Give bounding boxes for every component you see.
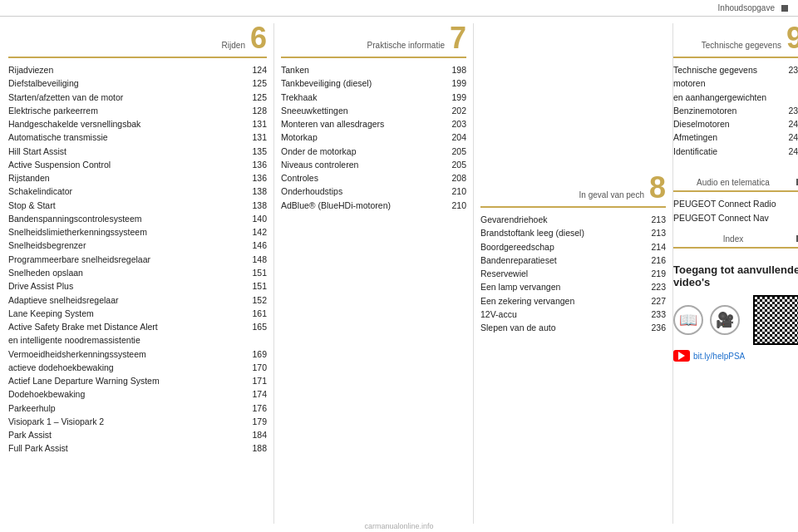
section-7-title: Praktische informatie: [281, 41, 445, 50]
toc-label: Handgeschakelde versnellingsbak: [8, 117, 140, 131]
toc-label: Hill Start Assist: [8, 145, 66, 158]
section-7: Praktische informatie 7 Tanken198Tankbev…: [274, 23, 474, 524]
audio-section: Audio en telematica PEUGEOT Connect Radi…: [673, 178, 798, 225]
section-6-title: Rijden: [8, 41, 245, 50]
toc-page: 205: [451, 145, 466, 158]
section-8: In geval van pech 8 Gevarendriehoek213Br…: [474, 23, 673, 524]
toc-page: 233: [651, 308, 666, 321]
toc-page: 213: [651, 213, 666, 226]
toc-label: Full Park Assist: [8, 441, 68, 455]
video-link-text[interactable]: bit.ly/helpPSA: [693, 352, 745, 361]
youtube-icon[interactable]: [673, 350, 690, 362]
table-row: Schakelindicator138: [8, 185, 267, 198]
audio-divider: [673, 190, 798, 192]
table-row: Identificatie243: [673, 145, 798, 158]
toc-page: 210: [451, 199, 466, 212]
toc-label: actieve dodehoekbewaking: [8, 361, 114, 374]
toc-page: 128: [252, 104, 267, 117]
small-square-icon: [781, 5, 788, 12]
toc-label: Elektrische parkeerrem: [8, 104, 98, 117]
table-row: Reservewiel219: [480, 267, 666, 280]
section-9-divider: [673, 57, 798, 58]
toc-page: 176: [252, 401, 267, 415]
table-row: Trekhaak199: [281, 91, 466, 104]
toc-page: 243: [788, 145, 798, 158]
toc-label: Visiopark 1 – Visiopark 2: [8, 415, 104, 428]
table-row: Tankbeveiliging (diesel)199: [281, 76, 466, 90]
index-divider: [673, 247, 798, 249]
toc-label: Adaptieve snelheidsregelaar: [8, 293, 119, 307]
toc-label: Tanken: [281, 63, 309, 76]
section-7-items: Tanken198Tankbeveiliging (diesel)199Trek…: [281, 63, 466, 212]
toc-page: 238: [788, 63, 798, 104]
toc-page: 236: [651, 321, 666, 334]
toc-label: Drive Assist Plus: [8, 279, 73, 293]
table-row: Active Safety Brake met Distance Alert e…: [8, 320, 267, 347]
page-title: Inhoudsopgave: [718, 3, 775, 12]
table-row: Rijadviezen124: [8, 63, 267, 76]
section-9-number: 9: [786, 23, 798, 53]
toc-page: 213: [651, 226, 666, 239]
toc-label: Trekhaak: [281, 91, 317, 104]
table-row: Bandenspanningscontrolesysteem140: [8, 212, 267, 225]
toc-page: 142: [252, 225, 267, 239]
section-6: Rijden 6 Rijadviezen124Diefstalbeveiligi…: [8, 23, 274, 524]
table-row: Een zekering vervangen227: [480, 294, 666, 308]
youtube-play-triangle: [678, 352, 685, 360]
toc-label: Een zekering vervangen: [480, 294, 574, 308]
section-9-title: Technische gegevens: [702, 41, 781, 50]
toc-label: Parkeerhulp: [8, 401, 56, 415]
toc-label: Sneeuwkettingen: [281, 104, 348, 117]
table-row: Bandenreparatieset216: [480, 254, 666, 267]
toc-page: 204: [451, 131, 466, 144]
table-row: Rijstanden136: [8, 171, 267, 185]
toc-page: 174: [252, 387, 267, 401]
toc-page: 136: [252, 158, 267, 171]
section-8-divider: [480, 206, 666, 208]
toc-page: 202: [451, 104, 466, 117]
table-row: Dieselmotoren240: [673, 117, 798, 131]
section-7-number: 7: [450, 23, 466, 53]
toc-page: 138: [252, 199, 267, 212]
section-8-header: In geval van pech 8: [480, 173, 666, 203]
toc-label: Stop & Start: [8, 199, 56, 212]
toc-page: 242: [788, 131, 798, 144]
toc-page: 140: [252, 212, 267, 225]
toc-label: Park Assist: [8, 428, 52, 441]
toc-page: 203: [451, 117, 466, 131]
table-row: Vermoeidheidsherkenningssysteem169: [8, 347, 267, 361]
qr-code: [753, 295, 798, 345]
table-row: Actief Lane Departure Warning System171: [8, 374, 267, 387]
toc-label: Brandstoftank leeg (diesel): [480, 226, 584, 239]
table-row: Adaptieve snelheidsregelaar152: [8, 293, 267, 307]
toc-label: Active Suspension Control: [8, 158, 111, 171]
table-row: Gevarendriehoek213: [480, 213, 666, 226]
table-row: Niveaus controleren205: [281, 158, 466, 171]
table-row: Controles208: [281, 171, 466, 185]
section-9-header: Technische gegevens 9: [673, 23, 798, 53]
table-row: Afmetingen242: [673, 131, 798, 144]
toc-page: 151: [252, 279, 267, 293]
toc-page: 240: [788, 117, 798, 131]
video-icons: 📖 🎥: [673, 295, 798, 345]
table-row: Starten/afzetten van de motor125: [8, 91, 267, 104]
toc-label: Active Safety Brake met Distance Alert e…: [8, 320, 158, 347]
toc-page: 239: [788, 104, 798, 117]
table-row: Elektrische parkeerrem128: [8, 104, 267, 117]
section-8-title: In geval van pech: [480, 190, 644, 200]
toc-label: Bandenreparatieset: [480, 254, 557, 267]
audio-row-2: PEUGEOT Connect Nav: [673, 211, 798, 225]
top-bar: Inhoudsopgave: [0, 0, 798, 17]
table-row: Park Assist184: [8, 428, 267, 441]
toc-label: Motorkap: [281, 131, 318, 144]
youtube-link[interactable]: bit.ly/helpPSA: [673, 350, 798, 362]
toc-page: 208: [451, 171, 466, 185]
toc-label: AdBlue® (BlueHDi-motoren): [281, 199, 391, 212]
toc-page: 219: [651, 267, 666, 280]
toc-label: Controles: [281, 171, 318, 185]
toc-label: Identificatie: [673, 145, 717, 158]
section-9-items: Technische gegevens motoren en aanhanger…: [673, 63, 798, 158]
section-9: Technische gegevens 9 Technische gegeven…: [673, 23, 798, 158]
section-8-number: 8: [649, 173, 666, 203]
toc-page: 161: [252, 307, 267, 320]
